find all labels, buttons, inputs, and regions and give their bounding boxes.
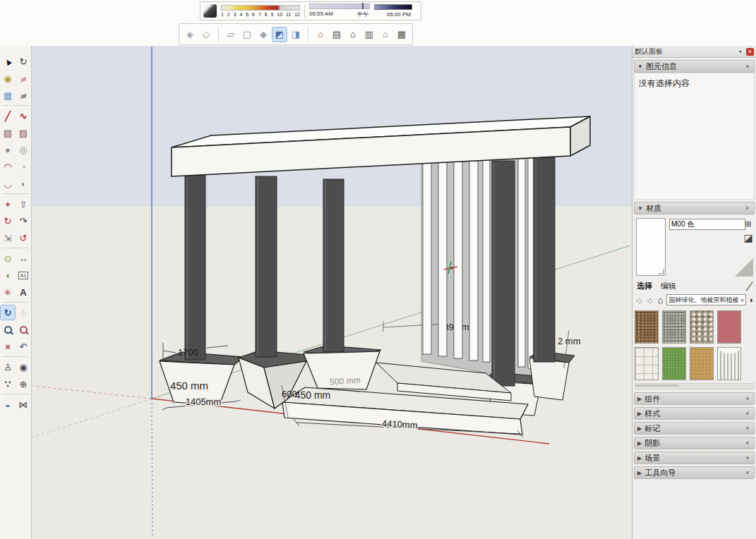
move-icon[interactable]: + (1, 197, 15, 211)
3d-text-icon[interactable]: A (16, 285, 30, 299)
rectangle-icon[interactable]: ▧ (1, 126, 15, 140)
protractor-icon[interactable]: ◖ (1, 268, 15, 282)
rotated-rectangle-icon[interactable]: ▨ (16, 126, 30, 140)
pavers-material-swatch[interactable] (635, 347, 659, 380)
shadow-time-slider[interactable]: 123456789101112 (221, 5, 300, 17)
shadow-hour-gradient[interactable] (221, 5, 300, 11)
left-view-icon[interactable]: ▦ (395, 28, 409, 42)
dimension-icon[interactable]: ↔ (16, 251, 30, 265)
top-view-icon[interactable]: ▤ (330, 28, 344, 42)
sample-paint-icon[interactable]: ◑ (748, 296, 753, 304)
grass-material-swatch[interactable] (662, 347, 686, 380)
arc-icon[interactable]: ◠ (1, 159, 15, 174)
push-pull-icon[interactable]: ⇧ (16, 197, 30, 211)
wireframe-icon[interactable]: ▱ (224, 28, 238, 42)
pie-icon[interactable]: ◔ (16, 159, 30, 174)
shaded-with-textures-icon[interactable]: ◩ (272, 28, 287, 42)
section-close-icon[interactable]: × (744, 440, 751, 447)
right-view-icon[interactable]: ▥ (362, 28, 376, 42)
section-close-icon[interactable]: × (744, 425, 751, 432)
axes-icon[interactable]: ✳ (1, 285, 15, 299)
section-header-3[interactable]: ▶阴影× (634, 437, 755, 449)
model-viewport[interactable]: 390 mm (32, 46, 632, 539)
pan-icon[interactable]: ☞ (16, 305, 30, 320)
paint-bucket-icon[interactable]: ◉ (1, 71, 15, 85)
mulch-material-swatch[interactable] (635, 310, 659, 344)
sand-material-swatch[interactable] (690, 347, 714, 380)
home-icon[interactable]: ⌂ (656, 296, 665, 305)
section-plane-icon[interactable]: ◒ (1, 397, 15, 411)
shadow-evening-slider[interactable]: 05:00 PM (374, 4, 412, 18)
material-preview[interactable] (636, 218, 666, 276)
select-icon[interactable]: ▲ (0, 52, 18, 71)
scale-icon[interactable]: ⇲ (1, 231, 15, 245)
section-header-1[interactable]: ▶样式× (634, 407, 755, 420)
section-close-icon[interactable]: × (744, 395, 751, 402)
expand-icon[interactable]: ▶ (637, 440, 642, 447)
expand-icon[interactable]: ▶ (637, 425, 642, 432)
monochrome-icon[interactable]: ◨ (289, 28, 303, 42)
back-view-icon[interactable]: ⌂ (378, 28, 392, 42)
material-category-dropdown[interactable]: 园林绿化、地被层和植被 ∨ (666, 294, 746, 305)
iso-view-icon[interactable]: ⌂ (313, 28, 328, 42)
polygon-icon[interactable]: ◎ (16, 143, 30, 157)
back-edges-icon[interactable]: ◇ (199, 28, 213, 42)
expand-icon[interactable]: ▶ (637, 455, 642, 461)
pebbles-material-swatch[interactable] (690, 310, 714, 344)
shadow-date-track[interactable] (309, 4, 370, 9)
zoom-extents-icon[interactable]: × (1, 339, 15, 353)
rotate-icon[interactable]: ↻ (1, 214, 15, 228)
expand-icon[interactable]: ▶ (637, 396, 642, 402)
tab-edit[interactable]: 编辑 (661, 281, 676, 291)
line-icon[interactable]: ╱ (1, 109, 15, 123)
collapse-icon[interactable]: ▼ (637, 205, 643, 212)
section-header-4[interactable]: ▶场景× (634, 452, 755, 464)
materials-header[interactable]: ▼ 材质 × (634, 202, 755, 214)
section-header-2[interactable]: ▶标记× (634, 422, 755, 435)
collapse-icon[interactable]: ▼ (637, 63, 643, 70)
forward-arrow-icon[interactable]: ◇ (646, 296, 654, 305)
shaded-icon[interactable]: ◆ (256, 28, 270, 42)
segment-icon[interactable]: ◗ (16, 176, 30, 190)
shadow-evening-track[interactable] (374, 4, 412, 10)
materials-close-icon[interactable]: × (744, 205, 751, 212)
x-ray-icon[interactable]: ◈ (183, 28, 197, 42)
eraser-icon[interactable]: ▰ (14, 69, 32, 87)
fence-material-swatch[interactable] (717, 347, 741, 380)
circle-icon[interactable]: ● (1, 143, 15, 157)
pin-icon[interactable]: ▪ (736, 48, 744, 56)
entity-info-header[interactable]: ▼ 图元信息 × (634, 60, 755, 73)
create-material-icon[interactable]: ⊞ (743, 219, 753, 229)
tape-measure-icon[interactable]: ⊙ (1, 251, 15, 265)
expand-icon[interactable]: ▶ (637, 411, 642, 417)
plane-shape-icon[interactable]: ▰ (15, 87, 32, 104)
expand-icon[interactable]: ▶ (637, 470, 642, 476)
material-name-input[interactable] (669, 219, 745, 230)
section-header-0[interactable]: ▶组件× (634, 392, 755, 405)
tab-select[interactable]: 选择 (637, 281, 652, 291)
position-camera-icon[interactable]: ♙ (1, 360, 15, 374)
section-header-5[interactable]: ▶工具向导× (634, 466, 755, 479)
zoom-icon[interactable] (1, 322, 15, 337)
make-component-icon[interactable]: ↻ (16, 54, 30, 68)
tray-close-button[interactable]: × (746, 48, 754, 56)
zoom-window-icon[interactable] (16, 322, 30, 337)
shape-box-icon[interactable]: ▦ (1, 88, 15, 102)
two-point-arc-icon[interactable]: ◡ (1, 176, 15, 190)
text-icon[interactable]: A1 (16, 268, 30, 282)
follow-me-icon[interactable]: ↷ (16, 214, 30, 228)
gravel-material-swatch[interactable] (662, 310, 686, 344)
hidden-line-icon[interactable]: ▢ (240, 28, 254, 42)
front-view-icon[interactable]: ⌂ (346, 28, 360, 42)
paint-bucket-icon[interactable]: ◪ (743, 233, 753, 243)
section-close-icon[interactable]: × (744, 410, 751, 417)
circle-tool-icon[interactable]: ⊕ (16, 377, 30, 391)
shadow-date-slider[interactable]: 06:55 AM 中午 (309, 4, 370, 18)
walk-icon[interactable]: ∵ (1, 377, 15, 391)
look-around-icon[interactable]: ◉ (16, 360, 30, 374)
offset-icon[interactable]: ↺ (16, 231, 30, 245)
section-close-icon[interactable]: × (744, 454, 751, 461)
back-arrow-icon[interactable]: ◇ (635, 296, 644, 305)
freehand-icon[interactable]: ∿ (16, 109, 30, 123)
orbit-icon[interactable]: ↻ (1, 305, 15, 320)
